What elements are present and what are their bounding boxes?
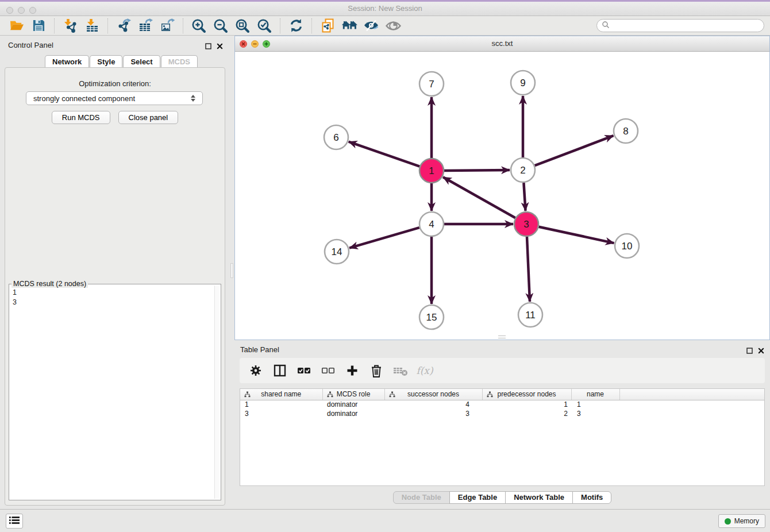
network-window-titlebar: scc.txt <box>235 36 769 52</box>
close-window-button[interactable] <box>6 7 13 14</box>
column-header-shared-name[interactable]: shared name <box>240 389 322 400</box>
window-controls <box>6 7 36 14</box>
cell-filler <box>619 400 764 409</box>
float-panel-icon[interactable] <box>205 41 211 52</box>
tab-network[interactable]: Network <box>45 55 89 68</box>
cell-mcds-role[interactable]: dominator <box>322 409 384 418</box>
cell-successor-nodes[interactable]: 3 <box>384 409 482 418</box>
home-button[interactable] <box>340 17 359 34</box>
hide-graphics-details-button[interactable] <box>362 17 380 34</box>
tab-style[interactable]: Style <box>90 55 122 68</box>
network-minimize-button[interactable] <box>251 40 259 48</box>
tab-select[interactable]: Select <box>123 55 160 68</box>
edge-1-2[interactable] <box>444 170 510 171</box>
mcds-tab-content: Optimization criterion: strongly connect… <box>5 67 225 506</box>
column-header-successor-nodes[interactable]: successor nodes <box>384 389 482 400</box>
zoom-out-icon <box>213 18 228 33</box>
column-header-mcds-role[interactable]: MCDS role <box>322 389 384 400</box>
tab-mcds[interactable]: MCDS <box>161 55 198 68</box>
delete-row-button[interactable] <box>368 363 384 379</box>
export-network-icon <box>117 18 131 33</box>
node-label-3: 3 <box>523 219 529 230</box>
export-image-button[interactable] <box>158 17 176 34</box>
splitter-handle[interactable] <box>230 263 233 278</box>
minimize-window-button[interactable] <box>18 7 25 14</box>
cell-shared-name[interactable]: 1 <box>240 400 322 409</box>
apply-preferred-layout-button[interactable] <box>287 17 305 34</box>
tab-node-table[interactable]: Node Table <box>393 491 450 504</box>
show-graphics-details-button[interactable] <box>384 17 402 34</box>
task-history-button[interactable] <box>6 514 23 529</box>
open-session-button[interactable] <box>7 17 26 34</box>
cell-mcds-role[interactable]: dominator <box>322 400 384 409</box>
edge-4-14[interactable] <box>349 228 419 248</box>
edge-2-3[interactable] <box>523 183 525 211</box>
panel-splitter[interactable] <box>230 36 234 509</box>
tab-motifs[interactable]: Motifs <box>572 491 611 504</box>
table-row[interactable]: 3dominator323 <box>240 409 764 418</box>
run-mcds-button[interactable]: Run MCDS <box>52 111 110 124</box>
edge-3-1[interactable] <box>443 177 515 218</box>
cell-successor-nodes[interactable]: 4 <box>384 400 482 409</box>
cell-predecessor-nodes[interactable]: 2 <box>482 409 571 418</box>
table-row[interactable]: 1dominator411 <box>240 400 764 409</box>
column-header-label: name <box>587 390 604 398</box>
delete-column-icon <box>393 365 408 376</box>
cell-name[interactable]: 3 <box>571 409 619 418</box>
edge-3-11[interactable] <box>527 237 530 302</box>
criterion-select[interactable]: strongly connected component <box>26 91 203 105</box>
delete-column-button <box>392 363 409 379</box>
network-canvas[interactable]: 7968124314101511 <box>235 52 769 340</box>
zoom-fit-button[interactable] <box>233 17 252 34</box>
cell-predecessor-nodes[interactable]: 1 <box>482 400 571 409</box>
column-header-name[interactable]: name <box>571 389 619 400</box>
cell-name[interactable]: 1 <box>571 400 619 409</box>
import-table-button[interactable] <box>83 17 101 34</box>
search-box[interactable] <box>596 19 764 32</box>
close-panel-button[interactable]: Close panel <box>118 111 179 124</box>
node-label-11: 11 <box>525 310 536 321</box>
network-close-button[interactable] <box>240 40 247 48</box>
save-session-button[interactable] <box>29 17 48 34</box>
tab-network-table[interactable]: Network Table <box>505 491 573 504</box>
node-label-7: 7 <box>429 79 434 90</box>
memory-status-icon <box>725 518 731 525</box>
gear-button[interactable] <box>248 363 264 379</box>
deselect-all-button[interactable] <box>320 363 336 379</box>
toolbar-separator <box>107 18 108 33</box>
clone-network-button[interactable] <box>318 17 337 34</box>
zoom-in-button[interactable] <box>190 17 208 34</box>
resize-grip[interactable] <box>498 336 506 338</box>
optimization-criterion-label: Optimization criterion: <box>5 79 225 88</box>
network-canvas-svg: 7968124314101511 <box>235 52 769 340</box>
export-table-icon <box>138 18 153 33</box>
edge-1-6[interactable] <box>349 142 420 167</box>
zoom-selected-button[interactable] <box>255 17 274 34</box>
criterion-selected-value: strongly connected component <box>33 94 135 103</box>
close-table-panel-icon[interactable] <box>758 346 764 356</box>
search-input[interactable] <box>613 22 759 30</box>
cell-shared-name[interactable]: 3 <box>240 409 322 418</box>
result-scrollbar[interactable] <box>214 286 220 499</box>
float-table-panel-icon[interactable] <box>746 346 753 356</box>
export-table-button[interactable] <box>136 17 155 34</box>
select-all-button[interactable] <box>296 363 312 379</box>
columns-button[interactable] <box>272 363 288 379</box>
edge-2-8[interactable] <box>535 136 614 165</box>
node-label-4: 4 <box>429 219 434 230</box>
import-network-button[interactable] <box>61 17 79 34</box>
tab-edge-table[interactable]: Edge Table <box>449 491 506 504</box>
network-maximize-button[interactable] <box>263 40 270 48</box>
edge-3-10[interactable] <box>539 227 614 243</box>
node-label-2: 2 <box>520 165 525 176</box>
zoom-selected-icon <box>257 18 272 33</box>
column-header-label: successor nodes <box>407 390 459 398</box>
memory-button[interactable]: Memory <box>718 514 765 528</box>
column-header-predecessor-nodes[interactable]: predecessor nodes <box>482 389 571 400</box>
add-row-button[interactable] <box>344 363 360 379</box>
zoom-window-button[interactable] <box>29 7 36 14</box>
mcds-result-text[interactable]: 1 3 <box>10 287 214 499</box>
export-network-button[interactable] <box>114 17 133 34</box>
close-panel-icon[interactable] <box>217 41 223 52</box>
zoom-out-button[interactable] <box>211 17 230 34</box>
